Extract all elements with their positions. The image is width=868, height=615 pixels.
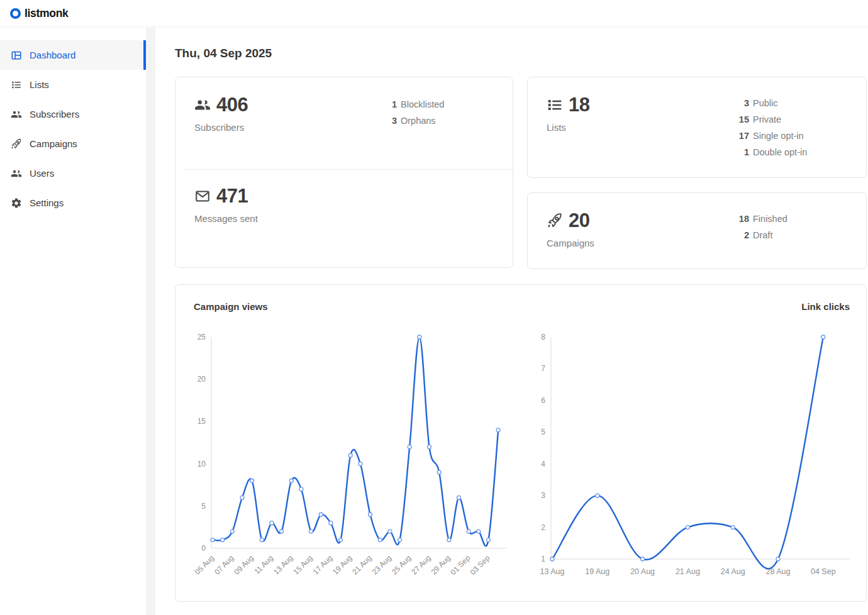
svg-text:3: 3 (541, 491, 545, 500)
svg-text:17 Aug: 17 Aug (311, 553, 334, 576)
svg-text:20: 20 (198, 375, 206, 384)
lists-stats: 3Public 15Private 17Single opt-in 1Doubl… (735, 95, 807, 160)
svg-text:23 Aug: 23 Aug (370, 553, 393, 576)
listmonk-logo[interactable]: listmonk (10, 7, 69, 20)
messages-section: 471 Messages sent (175, 170, 513, 224)
svg-text:07 Aug: 07 Aug (213, 553, 235, 576)
svg-text:04 Sep: 04 Sep (811, 567, 836, 576)
stat-row: 17Single opt-in (735, 128, 807, 144)
campaigns-stats: 18Finished 2Draft (735, 211, 787, 243)
svg-text:25 Aug: 25 Aug (390, 553, 413, 576)
svg-text:01 Sep: 01 Sep (448, 553, 472, 577)
sidebar-item-label: Settings (30, 197, 64, 208)
messages-card-icon (194, 188, 211, 204)
svg-text:8: 8 (541, 333, 545, 341)
svg-text:29 Aug: 29 Aug (430, 553, 452, 576)
subscribers-messages-card: 406 Subscribers 471 Messages sent 1Block… (175, 77, 513, 268)
svg-text:20 Aug: 20 Aug (630, 567, 655, 576)
sidebar-item-dashboard[interactable]: Dashboard (0, 40, 146, 70)
subscribers-icon (11, 109, 22, 120)
lists-card-icon (547, 97, 563, 113)
subscribers-card-icon (194, 97, 211, 113)
sidebar: Dashboard Lists Subscribers (0, 28, 146, 615)
subscribers-label: Subscribers (194, 122, 494, 133)
svg-text:1: 1 (541, 555, 545, 563)
svg-text:4: 4 (541, 460, 545, 468)
svg-text:15 Aug: 15 Aug (291, 553, 314, 576)
stat-row: 18Finished (735, 211, 787, 227)
sidebar-item-label: Lists (30, 79, 49, 90)
svg-text:0: 0 (201, 544, 206, 553)
svg-text:2: 2 (541, 523, 545, 532)
stat-row: 3Orphans (383, 113, 444, 129)
subscribers-stats: 1Blocklisted 3Orphans (383, 96, 444, 129)
campaign-views-title: Campaign views (194, 301, 268, 312)
stat-row: 15Private (735, 111, 807, 128)
link-clicks-title: Link clicks (801, 301, 850, 312)
sidebar-item-users[interactable]: Users (0, 158, 146, 188)
sidebar-item-lists[interactable]: Lists (0, 70, 146, 99)
sidebar-item-label: Users (30, 168, 54, 179)
svg-text:6: 6 (541, 396, 545, 405)
svg-text:27 Aug: 27 Aug (409, 553, 432, 576)
campaigns-count: 20 (569, 211, 589, 230)
svg-text:25: 25 (198, 333, 206, 341)
campaigns-label: Campaigns (547, 238, 847, 248)
subscribers-section: 406 Subscribers (175, 77, 513, 169)
sidebar-item-campaigns[interactable]: Campaigns (0, 129, 146, 158)
svg-text:13 Aug: 13 Aug (540, 567, 565, 576)
svg-text:19 Aug: 19 Aug (331, 553, 353, 576)
stat-row: 1Blocklisted (383, 96, 444, 113)
topbar: listmonk (0, 0, 868, 27)
settings-icon (11, 197, 22, 209)
campaigns-icon (11, 138, 22, 150)
campaigns-card: 20 Campaigns 18Finished 2Draft (527, 192, 867, 269)
svg-text:15: 15 (198, 417, 206, 426)
users-icon (11, 168, 22, 179)
sidebar-item-subscribers[interactable]: Subscribers (0, 99, 146, 129)
svg-text:21 Aug: 21 Aug (350, 553, 373, 576)
svg-text:09 Aug: 09 Aug (232, 553, 255, 576)
svg-text:5: 5 (201, 502, 206, 511)
stat-row: 3Public (735, 95, 807, 111)
campaign-views-chart: 051015202505 Aug07 Aug09 Aug11 Aug13 Aug… (194, 319, 522, 592)
link-clicks-chart: 1234567813 Aug19 Aug20 Aug21 Aug24 Aug28… (531, 319, 850, 592)
charts-card: Campaign views Link clicks 051015202505 … (175, 284, 867, 602)
page-title: Thu, 04 Sep 2025 (175, 47, 867, 60)
lists-card: 18 Lists 3Public 15Private 17Single opt-… (527, 77, 867, 178)
svg-text:10: 10 (198, 460, 206, 468)
svg-text:13 Aug: 13 Aug (272, 553, 294, 576)
campaigns-card-icon (547, 213, 563, 229)
svg-text:7: 7 (541, 364, 545, 373)
subscribers-count: 406 (216, 95, 248, 114)
messages-count: 471 (216, 186, 248, 206)
stat-row: 1Double opt-in (735, 144, 807, 160)
main-content: Thu, 04 Sep 2025 18 Lists 3Public (155, 28, 868, 615)
lists-icon (11, 79, 22, 91)
sidebar-item-label: Dashboard (30, 50, 75, 60)
brand-name: listmonk (25, 7, 69, 20)
svg-text:05 Aug: 05 Aug (194, 553, 216, 576)
sidebar-item-settings[interactable]: Settings (0, 188, 146, 218)
svg-text:24 Aug: 24 Aug (721, 567, 745, 576)
stat-row: 2Draft (735, 227, 787, 243)
svg-text:5: 5 (541, 428, 545, 436)
stat-cards: 18 Lists 3Public 15Private 17Single opt-… (175, 77, 867, 269)
svg-text:21 Aug: 21 Aug (676, 567, 700, 576)
listmonk-logo-icon (10, 8, 21, 19)
dashboard-icon (11, 50, 22, 61)
svg-text:03 Sep: 03 Sep (469, 553, 492, 577)
sidebar-gutter (146, 28, 155, 615)
messages-label: Messages sent (194, 213, 494, 224)
svg-text:11 Aug: 11 Aug (252, 553, 275, 576)
svg-text:19 Aug: 19 Aug (585, 567, 609, 576)
sidebar-item-label: Subscribers (30, 109, 79, 119)
sidebar-item-label: Campaigns (30, 138, 77, 149)
lists-count: 18 (569, 95, 589, 114)
